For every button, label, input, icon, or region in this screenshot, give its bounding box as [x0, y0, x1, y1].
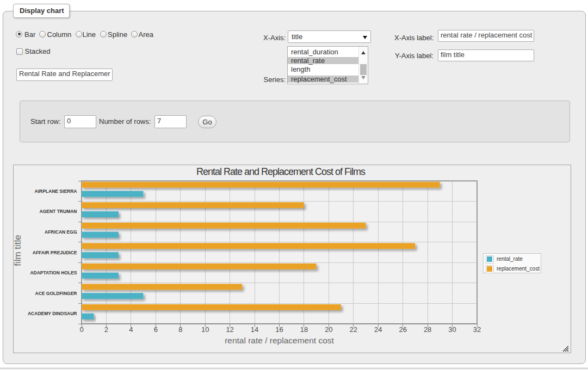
- svg-text:6: 6: [154, 325, 158, 334]
- svg-text:rental rate / replacement cost: rental rate / replacement cost: [225, 336, 334, 345]
- svg-text:8: 8: [178, 325, 182, 334]
- svg-text:20: 20: [325, 325, 332, 334]
- svg-text:22: 22: [350, 325, 357, 334]
- svg-text:32: 32: [473, 325, 481, 334]
- svg-text:4: 4: [129, 325, 133, 334]
- svg-text:ADAPTATION HOLES: ADAPTATION HOLES: [30, 270, 77, 275]
- svg-text:12: 12: [226, 325, 233, 334]
- svg-text:18: 18: [300, 325, 308, 334]
- svg-text:0: 0: [79, 325, 83, 334]
- svg-text:14: 14: [251, 325, 258, 334]
- svg-text:Rental Rate and Replacement Co: Rental Rate and Replacement Cost of Film…: [196, 166, 366, 177]
- svg-text:24: 24: [374, 325, 382, 334]
- svg-text:16: 16: [275, 325, 283, 334]
- svg-text:film title: film title: [13, 235, 23, 266]
- svg-text:AIRPLANE SIERRA: AIRPLANE SIERRA: [35, 189, 77, 194]
- svg-text:2: 2: [104, 325, 108, 334]
- svg-text:26: 26: [399, 325, 406, 334]
- svg-text:AFFAIR PREJUDICE: AFFAIR PREJUDICE: [33, 250, 77, 255]
- svg-text:ACADEMY DINOSAUR: ACADEMY DINOSAUR: [28, 311, 77, 316]
- svg-text:ACE GOLDFINGER: ACE GOLDFINGER: [35, 291, 77, 296]
- svg-text:10: 10: [201, 325, 209, 334]
- svg-text:30: 30: [448, 325, 456, 334]
- svg-text:AGENT TRUMAN: AGENT TRUMAN: [40, 209, 77, 214]
- svg-text:28: 28: [424, 325, 431, 334]
- svg-text:AFRICAN EGG: AFRICAN EGG: [45, 229, 77, 235]
